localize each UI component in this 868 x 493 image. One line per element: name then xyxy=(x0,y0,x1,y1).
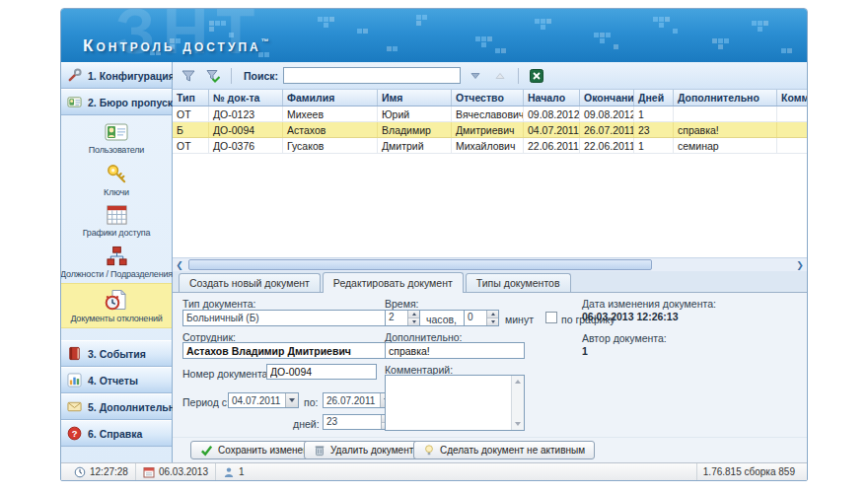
table-cell: Дмитриевич xyxy=(452,122,524,137)
table-cell: Астахов xyxy=(283,122,378,137)
table-cell: справка! xyxy=(674,122,777,137)
sidebar-item-label: Ключи xyxy=(104,187,129,197)
search-up-icon[interactable] xyxy=(490,66,510,86)
status-time-value: 12:27:28 xyxy=(90,466,128,477)
sidebar-item-deviation-documents[interactable]: Документы отклонений xyxy=(61,283,172,328)
column-header[interactable]: Дополнительно xyxy=(674,90,777,106)
column-header[interactable]: Имя xyxy=(378,90,452,106)
sidebar-group-label: 3. События xyxy=(88,348,146,360)
table-cell: ДО-0376 xyxy=(209,138,283,153)
documents-table: Тип№ док-таФамилияИмяОтчествоНачалоОконч… xyxy=(173,90,807,257)
delete-button[interactable]: Удалить документ xyxy=(304,441,423,459)
sidebar-group-events[interactable]: 3. События xyxy=(61,340,172,367)
main-area: 1. Конфигурация 2. Бюро пропусков Пользо… xyxy=(61,62,807,462)
table-cell: 1 xyxy=(634,138,674,153)
comment-textarea[interactable] xyxy=(385,375,525,431)
tab-document-types[interactable]: Типы документов xyxy=(466,273,571,292)
trademark: ™ xyxy=(261,37,269,46)
minutes-stepper[interactable]: 0 xyxy=(464,310,499,326)
table-toolbar: Поиск: xyxy=(173,62,807,90)
table-cell: 22.06.2011 xyxy=(524,138,580,153)
clear-filter-icon[interactable] xyxy=(203,66,223,86)
deactivate-button[interactable]: Сделать документ не активным xyxy=(413,441,595,459)
sidebar-group-help[interactable]: ? 6. Справка xyxy=(61,420,172,447)
sidebar-group-pass-bureau[interactable]: 2. Бюро пропусков xyxy=(61,89,172,115)
wrench-icon xyxy=(67,68,82,83)
version-label: 1.76.815 сборка 859 xyxy=(696,463,801,480)
table-cell: 09.08.2012 xyxy=(524,106,580,121)
textarea-scrollbar[interactable] xyxy=(511,376,524,430)
days-stepper[interactable]: 23 xyxy=(323,414,394,430)
app-title-text: Контроль доступа xyxy=(83,36,261,55)
delete-button-label: Удалить документ xyxy=(330,445,413,456)
column-header[interactable]: Тип xyxy=(173,90,209,106)
svg-text:?: ? xyxy=(72,429,78,439)
table-cell: Гусаков xyxy=(283,138,378,153)
spinner-up-icon[interactable] xyxy=(487,311,498,317)
tab-create-document[interactable]: Создать новый документ xyxy=(179,273,321,292)
period-from-select[interactable]: 04.07.2011 xyxy=(228,392,299,408)
horizontal-scrollbar[interactable]: ❮ ❯ xyxy=(173,257,807,271)
scroll-right-icon[interactable]: ❯ xyxy=(793,258,807,271)
excel-export-icon[interactable] xyxy=(527,66,546,86)
period-to-select[interactable]: 26.07.2011 xyxy=(323,392,394,408)
form-actions: Сохранить изменения Удалить документ Сде… xyxy=(173,437,807,462)
sidebar-subpanel: Пользователи Ключи Графики доступа Должн… xyxy=(61,115,172,340)
spinner-down-icon[interactable] xyxy=(408,317,419,325)
column-header[interactable]: № док-та xyxy=(209,90,283,106)
table-cell xyxy=(777,106,807,121)
table-cell: Дмитрий xyxy=(378,138,452,153)
hours-stepper[interactable]: 2 xyxy=(385,310,420,326)
scroll-up-icon[interactable] xyxy=(512,376,524,387)
content-area: Поиск: Тип№ док-таФамилияИмяОтчествоНача… xyxy=(173,62,807,462)
toolbar-separator xyxy=(231,68,232,84)
table-cell: Михайлович xyxy=(452,138,524,153)
by-schedule-checkbox[interactable] xyxy=(545,312,557,323)
app-window: ЗНТ Контроль доступа™ 1. Конфигурация 2.… xyxy=(60,8,808,481)
sidebar-group-configuration[interactable]: 1. Конфигурация xyxy=(61,62,172,89)
table-cell: Б xyxy=(173,122,209,137)
person-icon xyxy=(223,466,235,478)
table-cell xyxy=(777,138,807,153)
scrollbar-thumb[interactable] xyxy=(188,259,652,270)
doc-number-field[interactable] xyxy=(266,364,377,380)
sidebar-item-access-schedules[interactable]: Графики доступа xyxy=(61,200,172,242)
scroll-down-icon[interactable] xyxy=(512,418,524,430)
sidebar-item-users[interactable]: Пользователи xyxy=(61,117,172,159)
table-cell: 1 xyxy=(634,106,674,121)
table-cell: 04.07.2011 xyxy=(524,122,580,137)
column-header[interactable]: Отчество xyxy=(452,90,524,106)
status-users-value: 1 xyxy=(239,466,245,477)
app-header: ЗНТ Контроль доступа™ xyxy=(61,9,807,62)
minutes-suffix-label: минут xyxy=(505,314,534,325)
table-row[interactable]: БДО-0094АстаховВладимирДмитриевич04.07.2… xyxy=(173,122,807,138)
tab-edit-document[interactable]: Редактировать документ xyxy=(323,272,464,293)
status-users: 1 xyxy=(215,463,252,480)
additional-field[interactable] xyxy=(385,342,525,359)
chevron-down-icon[interactable] xyxy=(285,393,298,407)
sidebar-group-reports[interactable]: 4. Отчеты xyxy=(61,367,172,393)
days-label: дней: xyxy=(293,418,320,430)
filter-icon[interactable] xyxy=(179,66,198,86)
column-header[interactable]: Начало xyxy=(524,90,580,106)
spinner-up-icon[interactable] xyxy=(408,311,419,317)
table-row[interactable]: ОТДО-0123МихеевЮрийВячеславович09.08.201… xyxy=(173,106,807,122)
sidebar-item-keys[interactable]: Ключи xyxy=(61,159,172,200)
sidebar-item-positions-departments[interactable]: Должности / Подразделения xyxy=(61,242,172,283)
toolbar-separator xyxy=(518,68,519,84)
table-row[interactable]: ОТДО-0376ГусаковДмитрийМихайлович22.06.2… xyxy=(173,138,807,154)
spinner-down-icon[interactable] xyxy=(487,317,498,325)
search-input[interactable] xyxy=(283,67,461,84)
column-header[interactable]: Комме xyxy=(777,90,807,106)
clock-icon xyxy=(74,466,86,478)
column-header[interactable]: Окончание xyxy=(580,90,634,106)
app-title: Контроль доступа™ xyxy=(83,36,269,56)
column-header[interactable]: Фамилия xyxy=(283,90,378,106)
trash-icon xyxy=(314,444,326,457)
sidebar-group-additional[interactable]: 5. Дополнительно xyxy=(61,393,172,420)
column-header[interactable]: Дней xyxy=(634,90,674,106)
sidebar-group-label: 4. Отчеты xyxy=(88,375,138,387)
time-label: Время: xyxy=(385,298,419,310)
search-down-icon[interactable] xyxy=(466,66,485,86)
scroll-left-icon[interactable]: ❮ xyxy=(173,258,186,271)
